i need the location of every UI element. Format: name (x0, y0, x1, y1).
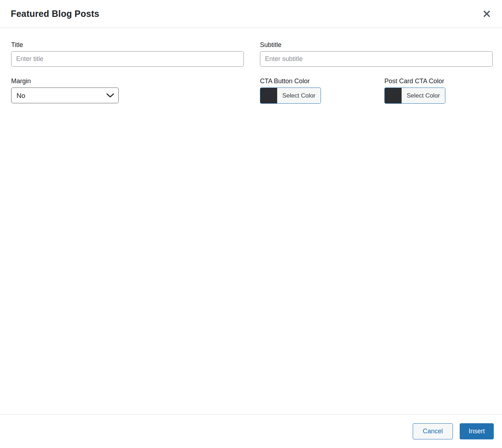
insert-button[interactable]: Insert (460, 423, 494, 439)
form-row-options: Margin No CTA Button Color (11, 77, 493, 104)
cta-button-color-label: CTA Button Color (260, 77, 368, 85)
margin-select[interactable]: No (11, 88, 119, 103)
title-field-label: Title (11, 41, 244, 49)
title-field: Title (11, 41, 244, 67)
select-color-label: Select Color (277, 88, 321, 103)
post-card-cta-color-label: Post Card CTA Color (384, 77, 493, 85)
modal-header: Featured Blog Posts (0, 0, 502, 28)
post-card-color-swatch (385, 88, 402, 103)
modal-footer: Cancel Insert (0, 414, 502, 448)
margin-field: Margin No (11, 77, 244, 104)
post-card-cta-color-picker[interactable]: Select Color (384, 88, 445, 104)
post-card-cta-color-field: Post Card CTA Color Select Color (384, 77, 493, 104)
subtitle-field: Subtitle (260, 41, 493, 67)
title-input[interactable] (11, 51, 244, 67)
subtitle-input[interactable] (260, 51, 493, 67)
subtitle-field-label: Subtitle (260, 41, 493, 49)
cancel-button[interactable]: Cancel (413, 423, 453, 439)
cta-button-color-field: CTA Button Color Select Color (260, 77, 368, 104)
form-row-text-fields: Title Subtitle (11, 41, 493, 67)
modal-dialog: Featured Blog Posts Title Subtitle (0, 0, 502, 448)
close-button[interactable] (481, 8, 493, 20)
close-icon (483, 10, 491, 18)
cta-color-swatch (260, 88, 277, 103)
margin-field-label: Margin (11, 77, 244, 85)
modal-body: Title Subtitle Margin No (0, 28, 502, 414)
margin-select-wrap: No (11, 88, 119, 103)
select-color-label: Select Color (402, 88, 445, 103)
cta-button-color-picker[interactable]: Select Color (260, 88, 321, 104)
color-fields: CTA Button Color Select Color Post Card … (260, 77, 493, 104)
dialog-title: Featured Blog Posts (11, 9, 99, 19)
